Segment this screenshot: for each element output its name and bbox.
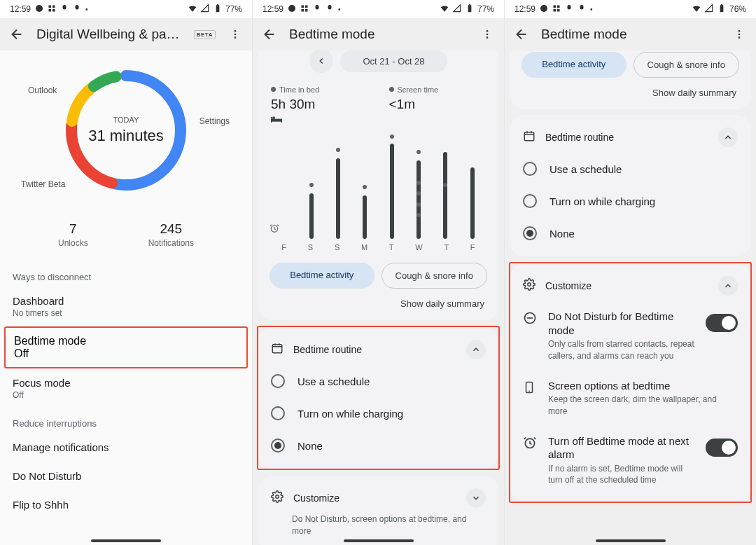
- item-manage-notifications[interactable]: Manage notifications: [0, 433, 252, 462]
- routine-header[interactable]: Bedtime routine: [510, 122, 750, 153]
- date-range-chip[interactable]: Oct 21 - Oct 28: [340, 50, 447, 72]
- battery-pct: 77%: [477, 4, 494, 14]
- toggle-on[interactable]: [706, 439, 738, 457]
- customize-header[interactable]: Customize: [510, 270, 750, 301]
- signal-icon: [704, 4, 714, 15]
- svg-rect-26: [281, 119, 282, 123]
- svg-rect-15: [302, 5, 304, 8]
- setting-turn-off-at-alarm[interactable]: Turn off Bedtime mode at next alarm If n…: [510, 426, 750, 495]
- svg-point-40: [738, 36, 741, 39]
- setting-dnd-bedtime[interactable]: Do Not Disturb for Bedtime mode Only cal…: [510, 301, 750, 371]
- item-bedtime-mode[interactable]: Bedtime mode Off: [4, 326, 248, 368]
- bedtime-routine-card-highlighted: Bedtime routine Use a schedule Turn on w…: [257, 326, 500, 470]
- content: Bedtime activity Cough & snore info Show…: [505, 50, 756, 545]
- svg-point-23: [486, 36, 489, 39]
- radio-icon: [523, 162, 537, 176]
- app-label-settings: Settings: [200, 116, 230, 126]
- chevron-up-icon[interactable]: [718, 127, 738, 147]
- routine-header[interactable]: Bedtime routine: [258, 334, 498, 365]
- slack-icon: [48, 4, 56, 15]
- tab-bedtime-activity[interactable]: Bedtime activity: [270, 263, 374, 289]
- tab-cough-snore[interactable]: Cough & snore info: [634, 52, 740, 78]
- phone-screen-2: 12:59 • 77% Bedtime mode: [252, 0, 504, 545]
- option-use-schedule[interactable]: Use a schedule: [258, 365, 498, 397]
- option-turn-on-charging[interactable]: Turn on while charging: [510, 185, 750, 217]
- item-focus-mode[interactable]: Focus mode Off: [0, 368, 252, 408]
- stats-row: 7 Unlocks 245 Notifications: [0, 200, 252, 262]
- battery-icon: [465, 4, 475, 15]
- svg-point-7: [234, 30, 237, 32]
- setting-screen-options[interactable]: Screen options at bedtime Keep the scree…: [510, 371, 750, 426]
- back-icon[interactable]: [261, 26, 278, 43]
- app-bar: Bedtime mode: [253, 18, 504, 50]
- content: Oct 21 - Oct 28 Time in bed 5h 30m Scree…: [253, 50, 504, 545]
- legend-time-in-bed: Time in bed 5h 30m: [271, 83, 368, 112]
- overflow-menu-icon[interactable]: [227, 26, 244, 43]
- svg-point-30: [276, 495, 279, 499]
- option-none[interactable]: None: [510, 217, 750, 249]
- wifi-icon: [188, 4, 197, 15]
- svg-rect-36: [720, 5, 724, 12]
- item-flip-to-shhh[interactable]: Flip to Shhh: [0, 490, 252, 519]
- option-use-schedule[interactable]: Use a schedule: [510, 153, 750, 185]
- chevron-up-icon[interactable]: [718, 276, 738, 296]
- svg-point-42: [528, 283, 531, 287]
- bedtime-chart[interactable]: [271, 130, 486, 239]
- svg-point-21: [486, 30, 489, 32]
- chevron-down-icon[interactable]: [466, 488, 486, 508]
- activity-card: Oct 21 - Oct 28 Time in bed 5h 30m Scree…: [258, 50, 498, 320]
- prev-week-button[interactable]: [309, 50, 333, 73]
- app-label-outlook: Outlook: [28, 85, 57, 95]
- battery-pct: 77%: [225, 4, 242, 14]
- option-turn-on-charging[interactable]: Turn on while charging: [258, 397, 498, 429]
- status-time: 12:59: [514, 4, 536, 14]
- battery-pct: 76%: [729, 4, 746, 14]
- page-title: Bedtime mode: [541, 27, 720, 42]
- nav-handle[interactable]: [91, 539, 161, 542]
- svg-point-9: [234, 36, 237, 39]
- tab-cough-snore[interactable]: Cough & snore info: [382, 263, 488, 289]
- svg-point-27: [272, 116, 275, 119]
- slack-icon: [300, 4, 309, 15]
- stat-notifications[interactable]: 245 Notifications: [148, 221, 194, 248]
- svg-rect-2: [52, 5, 55, 8]
- back-icon[interactable]: [513, 26, 530, 43]
- show-daily-summary-link[interactable]: Show daily summary: [510, 81, 750, 102]
- nav-handle[interactable]: [596, 539, 666, 542]
- app-bar: Digital Wellbeing & pare… BETA: [0, 18, 252, 50]
- overflow-menu-icon[interactable]: [731, 26, 748, 43]
- radio-icon: [271, 406, 285, 420]
- svg-rect-34: [554, 9, 556, 12]
- activity-card-bottom: Bedtime activity Cough & snore info Show…: [510, 50, 750, 109]
- svg-rect-3: [49, 9, 52, 12]
- battery-icon: [717, 4, 727, 15]
- show-daily-summary-link[interactable]: Show daily summary: [258, 291, 498, 313]
- svg-rect-29: [272, 345, 282, 353]
- section-reduce-interruptions: Reduce interruptions: [0, 408, 252, 433]
- calendar-icon: [523, 130, 536, 145]
- app-icon: [73, 4, 81, 15]
- item-do-not-disturb[interactable]: Do Not Disturb: [0, 462, 252, 490]
- usage-donut[interactable]: TODAY 31 minutes Outlook Settings Twitte…: [56, 60, 196, 200]
- overflow-menu-icon[interactable]: [479, 26, 496, 43]
- item-dashboard[interactable]: Dashboard No timers set: [0, 287, 252, 326]
- tab-bedtime-activity[interactable]: Bedtime activity: [522, 52, 626, 78]
- svg-rect-19: [468, 5, 472, 12]
- radio-icon: [523, 194, 537, 208]
- nav-handle[interactable]: [344, 539, 414, 542]
- toggle-on[interactable]: [706, 314, 738, 332]
- option-none[interactable]: None: [258, 429, 498, 462]
- customize-card[interactable]: Customize Do Not Disturb, screen options…: [258, 476, 498, 545]
- svg-rect-4: [52, 9, 55, 12]
- chevron-up-icon[interactable]: [466, 340, 486, 359]
- stat-unlocks[interactable]: 7 Unlocks: [58, 221, 88, 248]
- app-label-twitter: Twitter Beta: [21, 179, 65, 189]
- customize-card-highlighted: Customize Do Not Disturb for Bedtime mod…: [509, 262, 752, 503]
- back-icon[interactable]: [8, 26, 25, 43]
- status-bar: 12:59 • 76%: [505, 0, 756, 18]
- svg-rect-32: [554, 5, 556, 8]
- status-time: 12:59: [10, 4, 31, 14]
- svg-rect-16: [305, 5, 308, 8]
- svg-point-8: [234, 34, 237, 36]
- status-time: 12:59: [262, 4, 284, 14]
